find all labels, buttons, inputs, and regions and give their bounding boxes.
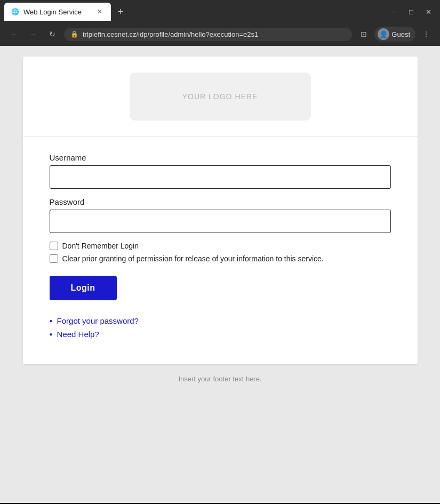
tab-label: Web Login Service [23,8,91,16]
clear-permission-checkbox[interactable] [50,254,58,263]
need-help-link[interactable]: Need Help? [57,330,99,339]
need-help-item: ● Need Help? [50,330,391,339]
logo-placeholder: YOUR LOGO HERE [130,73,311,121]
clear-permission-checkbox-group: Clear prior granting of permission for r… [50,254,391,263]
browser-page: YOUR LOGO HERE Username Password Don't R… [0,46,440,503]
address-bar[interactable]: 🔒 triplefin.cesnet.cz/idp/profile/admin/… [64,28,352,41]
sidebar-button[interactable]: ⊡ [356,27,371,42]
new-tab-button[interactable]: + [113,4,128,19]
page-footer: Insert your footer text here. [178,375,261,383]
browser-tab[interactable]: 🌐 Web Login Service ✕ [4,3,111,21]
logo-section: YOUR LOGO HERE [23,57,418,137]
password-input[interactable] [50,210,391,233]
password-field-group: Password [50,197,391,233]
forward-button[interactable]: → [26,27,41,42]
back-button[interactable]: ← [6,27,21,42]
username-input[interactable] [50,165,391,189]
bullet-icon-1: ● [50,318,53,324]
reload-button[interactable]: ↻ [45,27,60,42]
forgot-password-link[interactable]: Forgot your password? [57,316,139,325]
username-label: Username [50,153,391,162]
browser-chrome: 🌐 Web Login Service ✕ + − □ ✕ ← → ↻ 🔒 tr… [0,0,440,46]
window-controls: − □ ✕ [387,4,436,19]
browser-actions: ⊡ 👤 Guest ⋮ [356,27,434,42]
clear-permission-label[interactable]: Clear prior granting of permission for r… [62,254,324,263]
profile-name: Guest [391,30,410,38]
remember-login-checkbox[interactable] [50,242,58,250]
minimize-button[interactable]: − [387,4,402,19]
login-button[interactable]: Login [50,276,117,300]
password-label: Password [50,197,391,206]
bullet-icon-2: ● [50,331,53,337]
checkboxes-container: Don't Remember Login Clear prior grantin… [50,242,391,263]
lock-icon: 🔒 [70,30,78,38]
maximize-button[interactable]: □ [404,4,419,19]
address-text: triplefin.cesnet.cz/idp/profile/admin/he… [83,30,258,38]
browser-addressbar: ← → ↻ 🔒 triplefin.cesnet.cz/idp/profile/… [0,23,440,46]
browser-titlebar: 🌐 Web Login Service ✕ + − □ ✕ [0,0,440,23]
more-button[interactable]: ⋮ [419,27,434,42]
logo-placeholder-text: YOUR LOGO HERE [182,92,258,101]
forgot-password-item: ● Forgot your password? [50,316,391,325]
remember-login-label[interactable]: Don't Remember Login [62,242,139,250]
tab-favicon-icon: 🌐 [11,7,19,16]
tab-close-button[interactable]: ✕ [95,7,105,17]
profile-icon: 👤 [378,28,389,40]
close-button[interactable]: ✕ [421,4,436,19]
links-section: ● Forgot your password? ● Need Help? [50,316,391,339]
form-section: Username Password Don't Remember Login C… [23,137,418,364]
login-card: YOUR LOGO HERE Username Password Don't R… [23,57,418,364]
profile-button[interactable]: 👤 Guest [374,27,415,42]
username-field-group: Username [50,153,391,189]
remember-login-checkbox-group: Don't Remember Login [50,242,391,250]
